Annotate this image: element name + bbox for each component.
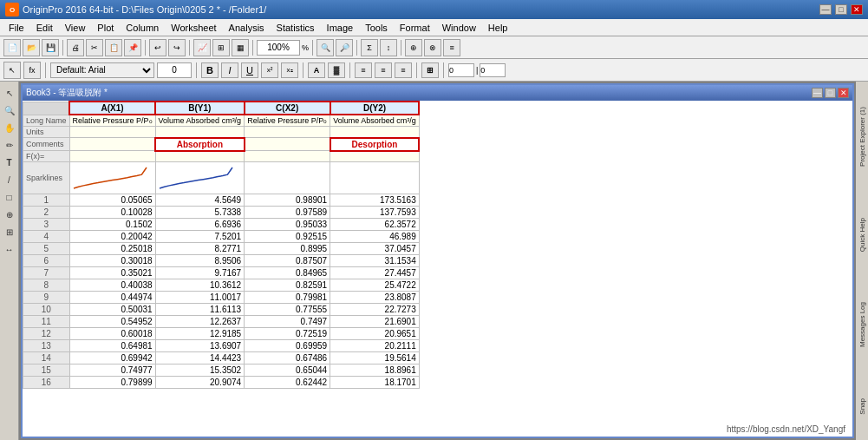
data-cell-r2-c3[interactable]: 0.97589 [245, 207, 330, 219]
data-cell-r3-c1[interactable]: 0.1502 [69, 219, 155, 231]
data-cell-r10-c1[interactable]: 0.50031 [69, 304, 155, 316]
data-cell-r7-c3[interactable]: 0.84965 [245, 267, 330, 279]
data-cell-r6-c1[interactable]: 0.30018 [69, 255, 155, 267]
data-cell-r10-c3[interactable]: 0.77555 [245, 304, 330, 316]
data-cell-r8-c4[interactable]: 25.4722 [330, 279, 420, 292]
data-cell-r8-c2[interactable]: 10.3612 [155, 279, 245, 292]
data-cell-r9-c3[interactable]: 0.79981 [245, 292, 330, 304]
print-btn[interactable]: 🖨 [67, 39, 84, 56]
menu-column[interactable]: Column [121, 21, 164, 35]
zoom-input[interactable] [257, 40, 300, 56]
longname-cell-1[interactable]: Volume Absorbed cm³/g [155, 115, 245, 127]
data-cell-r12-c1[interactable]: 0.60018 [69, 328, 155, 340]
data-cell-r9-c2[interactable]: 11.0017 [155, 292, 245, 304]
data-cell-r1-c1[interactable]: 0.05065 [69, 194, 155, 207]
menu-image[interactable]: Image [322, 21, 359, 35]
subscript-btn[interactable]: x₂ [281, 62, 298, 78]
data-cell-r7-c2[interactable]: 9.7167 [155, 267, 245, 279]
data-cell-r7-c4[interactable]: 27.4457 [330, 267, 420, 279]
menu-plot[interactable]: Plot [92, 21, 119, 35]
data-cell-r11-c1[interactable]: 0.54952 [69, 316, 155, 328]
sidebar-fit[interactable]: ↔ [2, 241, 17, 257]
highlight-btn[interactable]: ▓ [328, 62, 345, 78]
data-cell-r14-c3[interactable]: 0.67486 [245, 352, 330, 364]
align-left[interactable]: ≡ [355, 62, 372, 78]
data-cell-r11-c3[interactable]: 0.7497 [245, 316, 330, 328]
data-cell-r3-c2[interactable]: 6.6936 [155, 219, 245, 231]
bold-btn[interactable]: B [201, 62, 219, 78]
border-btn[interactable]: ⊞ [421, 62, 439, 78]
data-cell-r16-c3[interactable]: 0.62442 [245, 377, 330, 389]
data-cell-r4-c1[interactable]: 0.20042 [69, 231, 155, 243]
calc-btn[interactable]: Σ [361, 39, 378, 56]
fx-cell-2[interactable] [245, 151, 330, 162]
font-selector[interactable]: Default: Arial [50, 62, 154, 78]
data-cell-r5-c3[interactable]: 0.8995 [245, 243, 330, 255]
menu-edit[interactable]: Edit [31, 21, 58, 35]
comments-desorption[interactable]: Desorption [330, 138, 420, 151]
graph-btn[interactable]: 📈 [193, 39, 211, 56]
data-cell-r13-c1[interactable]: 0.64981 [69, 340, 155, 352]
sort-btn[interactable]: ↕ [380, 39, 397, 56]
pointer-btn[interactable]: ↖ [3, 62, 21, 79]
sidebar-zoom[interactable]: 🔍 [2, 102, 17, 118]
data-cell-r8-c1[interactable]: 0.40038 [69, 279, 155, 292]
menu-analysis[interactable]: Analysis [224, 21, 270, 35]
ws-maximize[interactable]: □ [825, 88, 836, 98]
data-cell-r16-c4[interactable]: 18.1701 [330, 377, 420, 389]
menu-statistics[interactable]: Statistics [271, 21, 320, 35]
data-cell-r15-c4[interactable]: 18.8961 [330, 364, 420, 377]
ws-close[interactable]: ✕ [838, 88, 849, 98]
data-cell-r1-c4[interactable]: 173.5163 [330, 194, 420, 207]
undo-btn[interactable]: ↩ [149, 39, 166, 56]
data-cell-r5-c2[interactable]: 8.2771 [155, 243, 245, 255]
comments-cx2[interactable] [245, 138, 330, 151]
superscript-btn[interactable]: x² [261, 62, 278, 78]
sidebar-draw1[interactable]: ✏ [2, 137, 17, 153]
menu-view[interactable]: View [60, 21, 91, 35]
sidebar-move[interactable]: ⊕ [2, 207, 17, 222]
data-cell-r13-c3[interactable]: 0.69959 [245, 340, 330, 352]
data-cell-r9-c4[interactable]: 23.8087 [330, 292, 420, 304]
data-cell-r16-c2[interactable]: 20.9074 [155, 377, 245, 389]
font-size[interactable] [157, 62, 192, 78]
app-maximize[interactable]: □ [835, 4, 847, 15]
app-close[interactable]: ✕ [851, 4, 863, 15]
data-cell-r4-c4[interactable]: 46.989 [330, 231, 420, 243]
menu-worksheet[interactable]: Worksheet [166, 21, 221, 35]
col-header-dy2[interactable]: D(Y2) [330, 102, 420, 115]
comments-ax1[interactable] [69, 138, 155, 151]
units-cell-3[interactable] [330, 127, 420, 138]
data-cell-r14-c4[interactable]: 19.5614 [330, 352, 420, 364]
data-cell-r14-c1[interactable]: 0.69942 [69, 352, 155, 364]
data-cell-r6-c3[interactable]: 0.87507 [245, 255, 330, 267]
sidebar-rect[interactable]: □ [2, 189, 17, 205]
data-cell-r1-c2[interactable]: 4.5649 [155, 194, 245, 207]
data-cell-r5-c4[interactable]: 37.0457 [330, 243, 420, 255]
align-center[interactable]: ≡ [375, 62, 392, 78]
data-cell-r16-c1[interactable]: 0.79899 [69, 377, 155, 389]
menu-tools[interactable]: Tools [360, 21, 393, 35]
units-cell-0[interactable] [69, 127, 155, 138]
formula-btn[interactable]: fx [23, 62, 41, 79]
comments-absorption[interactable]: Absorption [155, 138, 245, 151]
menu-format[interactable]: Format [395, 21, 435, 35]
menu-file[interactable]: File [3, 21, 29, 35]
data-cell-r12-c4[interactable]: 20.9651 [330, 328, 420, 340]
sidebar-line[interactable]: / [2, 172, 17, 187]
data-cell-r13-c4[interactable]: 20.2111 [330, 340, 420, 352]
worksheet-table-wrapper[interactable]: A(X1) B(Y1) C(X2) D(Y2) Long NameRelativ… [23, 101, 852, 437]
extra-2[interactable]: ⊗ [424, 39, 441, 56]
data-cell-r14-c2[interactable]: 14.4423 [155, 352, 245, 364]
position-input2[interactable] [480, 63, 506, 77]
align-right[interactable]: ≡ [395, 62, 412, 78]
data-cell-r1-c3[interactable]: 0.98901 [245, 194, 330, 207]
data-cell-r15-c3[interactable]: 0.65044 [245, 364, 330, 377]
data-cell-r5-c1[interactable]: 0.25018 [69, 243, 155, 255]
data-cell-r3-c4[interactable]: 62.3572 [330, 219, 420, 231]
data-cell-r15-c1[interactable]: 0.74977 [69, 364, 155, 377]
data-cell-r10-c2[interactable]: 11.6113 [155, 304, 245, 316]
sidebar-zoom2[interactable]: ⊞ [2, 224, 17, 240]
data-cell-r9-c1[interactable]: 0.44974 [69, 292, 155, 304]
extra-1[interactable]: ⊕ [405, 39, 422, 56]
